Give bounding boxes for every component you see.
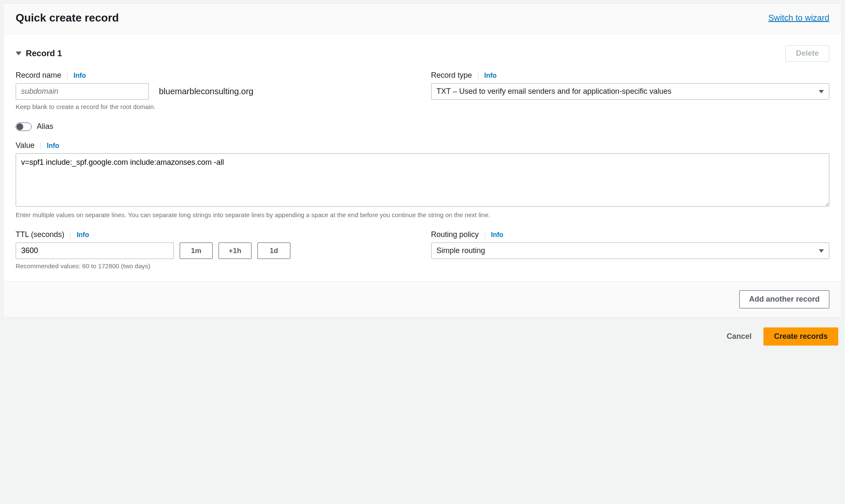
record-header: Record 1 Delete bbox=[16, 45, 829, 62]
chevron-down-icon bbox=[819, 249, 824, 253]
ttl-info-link[interactable]: Info bbox=[77, 231, 89, 239]
ttl-help: Recommended values: 60 to 172800 (two da… bbox=[16, 262, 414, 270]
create-records-button[interactable]: Create records bbox=[763, 327, 838, 346]
chevron-down-icon bbox=[819, 90, 824, 93]
alias-toggle[interactable] bbox=[16, 123, 32, 131]
action-bar: Cancel Create records bbox=[0, 321, 845, 350]
ttl-1h-button[interactable]: +1h bbox=[219, 242, 252, 259]
ttl-field: TTL (seconds) Info 1m +1h 1d Recommended… bbox=[16, 230, 414, 270]
delete-button[interactable]: Delete bbox=[785, 45, 829, 62]
routing-label: Routing policy bbox=[431, 230, 479, 239]
record-type-info-link[interactable]: Info bbox=[484, 72, 497, 79]
record-type-field: Record type Info TXT – Used to verify em… bbox=[431, 71, 830, 110]
alias-row: Alias bbox=[16, 122, 829, 131]
routing-select[interactable]: Simple routing bbox=[431, 242, 830, 259]
value-label: Value bbox=[16, 141, 35, 150]
page-title: Quick create record bbox=[16, 11, 119, 25]
record-name-help: Keep blank to create a record for the ro… bbox=[16, 103, 414, 110]
panel-header: Quick create record Switch to wizard bbox=[4, 4, 841, 34]
separator bbox=[485, 231, 485, 239]
ttl-routing-row: TTL (seconds) Info 1m +1h 1d Recommended… bbox=[16, 230, 829, 270]
add-another-record-button[interactable]: Add another record bbox=[739, 290, 829, 308]
record-type-label: Record type bbox=[431, 71, 472, 80]
domain-suffix: bluemarbleconsulting.org bbox=[159, 87, 253, 96]
panel-footer: Add another record bbox=[4, 281, 841, 317]
routing-selected: Simple routing bbox=[437, 246, 485, 255]
separator bbox=[478, 72, 479, 79]
ttl-input[interactable] bbox=[16, 242, 174, 259]
record-name-field: Record name Info bluemarbleconsulting.or… bbox=[16, 71, 414, 110]
record-collapse-toggle[interactable]: Record 1 bbox=[16, 49, 62, 58]
record-title: Record 1 bbox=[26, 49, 62, 58]
ttl-label: TTL (seconds) bbox=[16, 230, 64, 239]
record-name-label: Record name bbox=[16, 71, 61, 80]
routing-field: Routing policy Info Simple routing bbox=[431, 230, 830, 270]
cancel-button[interactable]: Cancel bbox=[727, 332, 752, 341]
separator bbox=[70, 231, 71, 239]
value-textarea[interactable] bbox=[16, 153, 829, 207]
separator bbox=[67, 72, 68, 79]
ttl-1d-button[interactable]: 1d bbox=[257, 242, 290, 259]
toggle-knob bbox=[16, 123, 23, 130]
record-type-select[interactable]: TXT – Used to verify email senders and f… bbox=[431, 83, 830, 100]
routing-info-link[interactable]: Info bbox=[491, 231, 503, 239]
value-field: Value Info Enter multiple values on sepa… bbox=[16, 141, 829, 218]
ttl-1m-button[interactable]: 1m bbox=[180, 242, 213, 259]
record-name-input[interactable] bbox=[16, 83, 149, 100]
panel-body: Record 1 Delete Record name Info bluemar… bbox=[4, 34, 841, 281]
alias-label: Alias bbox=[37, 122, 53, 131]
separator bbox=[41, 142, 41, 150]
record-name-info-link[interactable]: Info bbox=[74, 72, 86, 79]
name-type-row: Record name Info bluemarbleconsulting.or… bbox=[16, 71, 829, 110]
value-help: Enter multiple values on separate lines.… bbox=[16, 211, 829, 218]
switch-to-wizard-link[interactable]: Switch to wizard bbox=[768, 13, 830, 23]
record-type-selected: TXT – Used to verify email senders and f… bbox=[437, 87, 672, 96]
value-info-link[interactable]: Info bbox=[47, 142, 59, 150]
quick-create-panel: Quick create record Switch to wizard Rec… bbox=[3, 3, 842, 317]
caret-down-icon bbox=[16, 52, 22, 55]
